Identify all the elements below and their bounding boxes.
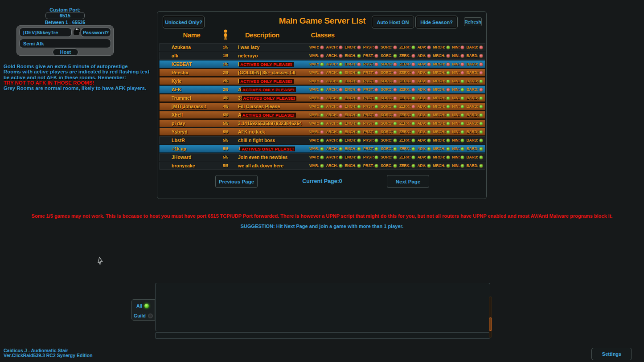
class-slot: NIN: (452, 96, 464, 100)
unlocked-only-button[interactable]: Unlocked Only? (163, 16, 205, 28)
server-row[interactable]: Trummel 3/5 3!ACTIVES ONLY PLEASE! WAR:A… (159, 94, 485, 102)
class-slot: NIN: (452, 163, 464, 168)
class-status-dot (427, 96, 431, 100)
server-row[interactable]: Xhell 5/5 AACTIVES ONLY PLEASE! WAR:ARCH… (159, 111, 485, 119)
hide-season-button[interactable]: Hide Season? (415, 16, 458, 28)
player-name-input[interactable]: [DEV]SlikeyTre (19, 28, 72, 37)
class-slot: SORC: (381, 96, 397, 100)
class-status-dot (427, 79, 431, 83)
server-name: Kyle (172, 78, 219, 84)
previous-page-button[interactable]: Previous Page (215, 175, 258, 188)
class-status-dot (479, 130, 483, 134)
chat-filter-guild[interactable]: Guild (134, 313, 153, 318)
custom-port-input[interactable]: 6515 (45, 12, 85, 19)
port-warning-text: Some 1/5 games may not work. This is bec… (0, 213, 644, 219)
host-button[interactable]: Host (53, 49, 78, 56)
class-status-dot (460, 138, 464, 142)
class-status-dot (427, 54, 431, 58)
class-status-dot (374, 122, 378, 126)
class-slot: MRCH: (433, 130, 450, 134)
server-name: +1k ap (172, 146, 219, 151)
class-status-dot (427, 105, 431, 109)
server-name: [MTI]Joharassit (172, 104, 219, 109)
class-slot: MRCH: (433, 113, 450, 117)
class-slot: BARD: (467, 87, 483, 92)
server-row[interactable]: Reesha 2/5 [GOLDEN] 3k+ classes fill WAR… (159, 69, 485, 77)
server-row[interactable]: [MTI]Joharassit 4/5 Fill Classes Please … (159, 102, 485, 110)
chat-scrollbar-thumb[interactable] (489, 317, 492, 331)
server-row[interactable]: afk 1/5 neteruyo WAR:ARCH:ENCH:PRST:SORC… (159, 52, 485, 60)
radio-on-icon[interactable] (144, 304, 149, 308)
server-row[interactable]: JHoward 5/5 Join even the newbies WAR:AR… (159, 153, 485, 161)
class-status-dot (460, 147, 464, 151)
server-player-count: 5/5 (219, 163, 232, 168)
class-status-dot (357, 96, 361, 100)
server-classes: WAR:ARCH:ENCH:PRST:SORC:ZERK:ADV:MRCH:NI… (309, 104, 483, 109)
info-line: TRY NOT TO AFK IN THOSE ROOMS! (4, 80, 164, 85)
server-row[interactable]: pi day 5/5 3.14159265358979323846264 WAR… (159, 119, 485, 127)
class-slot: WAR: (309, 62, 324, 66)
class-slot: MRCH: (433, 146, 450, 151)
class-status-dot (374, 164, 378, 168)
server-row[interactable]: Azukana 1/5 I was lazy WAR:ARCH:ENCH:PRS… (159, 43, 485, 51)
class-slot: MRCH: (433, 163, 450, 168)
class-slot: ZERK: (399, 130, 415, 134)
server-description: +ACTIVES ONLY PLEASE! (238, 146, 309, 151)
column-header-name: Name (176, 31, 207, 39)
radio-off-icon[interactable] (148, 313, 153, 318)
class-status-dot (339, 62, 343, 66)
class-slot: NIN: (452, 113, 464, 117)
server-list-panel: Unlocked Only? Main Game Server List Aut… (157, 11, 487, 199)
server-description: AFK no kick (238, 129, 309, 134)
class-slot: BARD: (467, 113, 483, 117)
chat-filter-all[interactable]: All (136, 303, 149, 309)
refresh-button[interactable]: Refresh (464, 17, 482, 26)
class-slot: PRST: (363, 70, 379, 75)
room-name-input[interactable]: Semi Afk (19, 39, 111, 48)
server-classes: WAR:ARCH:ENCH:PRST:SORC:ZERK:ADV:MRCH:NI… (309, 130, 483, 134)
class-status-dot (339, 130, 343, 134)
class-status-dot (357, 130, 361, 134)
chat-input-field[interactable] (155, 332, 490, 339)
server-description: I was lazy (238, 45, 309, 50)
server-player-count: 1/5 (219, 53, 232, 58)
class-status-dot (339, 138, 343, 142)
class-status-dot (320, 105, 324, 109)
server-player-count: 1/5 (219, 62, 232, 66)
actives-only-flashing-text: ACTIVES ONLY PLEASE! (242, 96, 296, 101)
class-slot: PRST: (363, 104, 379, 109)
class-slot: WAR: (309, 53, 324, 58)
server-row[interactable]: Ysbryd 5/5 AFK no kick WAR:ARCH:ENCH:PRS… (159, 128, 485, 136)
server-row[interactable]: AFK 2/5 AACTIVES ONLY PLEASE! WAR:ARCH:E… (159, 85, 485, 94)
server-row[interactable]: +1k ap 5/5 +ACTIVES ONLY PLEASE! WAR:ARC… (159, 145, 485, 153)
server-player-count: 5/5 (219, 146, 232, 151)
server-row[interactable]: LbstR 5/5 chill n fight boss WAR:ARCH:EN… (159, 136, 485, 144)
server-row[interactable]: ICEBEAT 1/5 IACTIVES ONLY PLEASE! WAR:AR… (159, 60, 485, 68)
class-slot: ADV: (417, 53, 431, 58)
class-status-dot (427, 130, 431, 134)
class-slot: BARD: (467, 62, 483, 66)
class-slot: ZERK: (399, 146, 415, 151)
class-slot: WAR: (309, 155, 324, 159)
class-slot: ZERK: (399, 138, 415, 142)
password-button[interactable]: Password? (81, 28, 111, 37)
server-row[interactable]: bronycake 5/5 we all afk down here WAR:A… (159, 162, 485, 170)
class-status-dot (427, 122, 431, 126)
class-status-dot (357, 88, 361, 92)
server-row[interactable]: Kyle 2/5 IACTIVES ONLY PLEASE! WAR:ARCH:… (159, 77, 485, 85)
class-status-dot (374, 62, 378, 66)
server-player-count: 2/5 (219, 79, 232, 83)
class-slot: ARCH: (326, 79, 342, 83)
class-status-dot (339, 155, 343, 159)
chat-filter-guild-label: Guild (134, 313, 146, 318)
server-name: bronycake (172, 163, 219, 168)
class-status-dot (393, 138, 397, 142)
class-status-dot (374, 96, 378, 100)
class-status-dot (446, 96, 450, 100)
auto-host-button[interactable]: Auto Host ON (372, 16, 414, 28)
server-player-count: 5/5 (219, 113, 232, 117)
settings-button[interactable]: Settings (591, 348, 632, 360)
next-page-button[interactable]: Next Page (387, 175, 429, 188)
class-slot: NIN: (452, 146, 464, 151)
chat-scrollbar[interactable] (489, 297, 492, 338)
